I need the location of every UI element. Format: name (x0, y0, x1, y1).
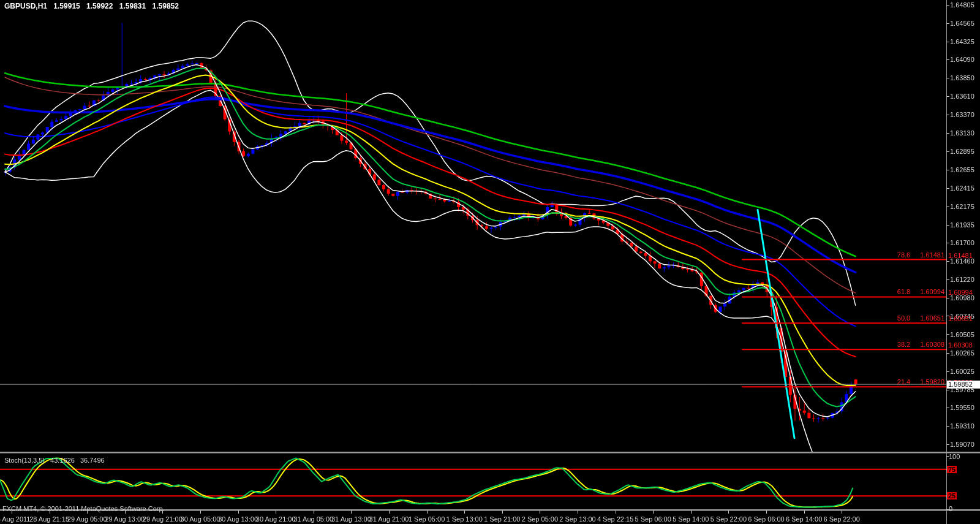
price-tick-label: 1.63370 (950, 111, 974, 118)
fib-price: 1.60308 (920, 341, 944, 348)
fib-price: 1.60994 (920, 288, 944, 295)
chart-overlays: GBPUSD,H1 1.59915 1.59922 1.59831 1.5985… (0, 0, 980, 524)
stochastic-name: Stoch(13,3,5) (4, 457, 45, 464)
price-tick-label: 1.62895 (950, 148, 974, 155)
fib-percent: 61.8 (897, 288, 910, 295)
price-tick-label: 1.64565 (950, 20, 974, 27)
fib-axis-price-tag: 1.60651 (948, 315, 973, 322)
fib-price: 1.61481 (920, 251, 944, 259)
stoch-scale-75: 75 (947, 466, 957, 473)
ohlc-high: 1.59922 (86, 2, 113, 10)
price-tick-label: 1.61935 (950, 221, 974, 229)
price-tick-label: 1.63610 (950, 93, 974, 100)
mt4-chart-window: GBPUSD,H1 1.59915 1.59922 1.59831 1.5985… (0, 0, 980, 524)
chart-title: GBPUSD,H1 1.59915 1.59922 1.59831 1.5985… (4, 2, 183, 10)
fib-level-label[interactable]: 61.81.60994 (897, 288, 944, 295)
fib-price: 1.60651 (920, 314, 944, 322)
price-tick-label: 1.64090 (950, 56, 974, 63)
stoch-scale-25: 25 (947, 492, 957, 499)
time-tick-label: 5 Sep 22:00 (710, 515, 747, 523)
time-tick-label: 6 Sep 14:00 (786, 515, 822, 523)
price-tick-label: 1.64805 (950, 1, 974, 9)
fib-level-label[interactable]: 21.41.59820 (897, 378, 944, 385)
time-tick-label: 29 Aug 13:00 (105, 515, 145, 523)
stoch-scale-0: 0 (949, 505, 952, 512)
fib-percent: 78.6 (897, 251, 910, 259)
time-tick-label: 1 Sep 05:00 (409, 515, 445, 523)
fib-percent: 21.4 (897, 378, 910, 385)
time-tick-label: 29 Aug 05:00 (67, 515, 107, 523)
price-tick-label: 1.61700 (950, 239, 974, 246)
fib-level-label[interactable]: 38.21.60308 (897, 341, 944, 348)
time-tick-label: 31 Aug 21:00 (369, 515, 409, 523)
time-tick-label: 4 Sep 22:15 (597, 515, 633, 523)
fib-axis-price-tag: 1.61481 (948, 252, 973, 259)
fib-axis-price-tag: 1.60308 (948, 341, 973, 349)
current-price-tag: 1.59852 (947, 381, 980, 389)
time-tick-label: 1 Sep 13:00 (447, 515, 483, 523)
time-tick-label: 28 Aug 21:15 (29, 515, 69, 523)
time-tick-label: 30 Aug 13:00 (218, 515, 258, 523)
ohlc-close: 1.59852 (153, 2, 179, 10)
time-tick-label: 2 Sep 05:00 (522, 515, 558, 523)
fib-level-label[interactable]: 78.61.61481 (897, 251, 944, 259)
time-tick-label: 26 Aug 2011 (0, 515, 30, 523)
time-tick-label: 31 Aug 13:00 (331, 515, 371, 523)
price-tick-label: 1.59070 (950, 441, 974, 448)
price-tick-label: 1.64325 (950, 38, 974, 45)
time-tick-label: 2 Sep 13:00 (559, 515, 595, 523)
fib-percent: 38.2 (897, 341, 910, 348)
time-tick-label: 5 Sep 14:00 (673, 515, 709, 523)
price-tick-label: 1.62415 (950, 184, 974, 192)
time-tick-label: 29 Aug 21:00 (143, 515, 183, 523)
stochastic-main-value: 43.1626 (50, 457, 75, 464)
time-tick-label: 6 Sep 06:00 (748, 515, 784, 523)
stochastic-signal-value: 36.7496 (80, 457, 105, 464)
price-tick-label: 1.60025 (950, 368, 974, 375)
terminal-copyright: FXCM MT4, © 2001-2011 MetaQuotes Softwar… (2, 505, 165, 512)
price-tick-label: 1.62655 (950, 166, 974, 173)
time-tick-label: 5 Sep 06:00 (635, 515, 671, 523)
fib-level-label[interactable]: 50.01.60651 (897, 314, 944, 322)
time-tick-label: 1 Sep 21:00 (484, 515, 520, 523)
price-tick-label: 1.60505 (950, 331, 974, 338)
fib-price: 1.59820 (920, 378, 944, 385)
ohlc-low: 1.59831 (119, 2, 146, 10)
price-tick-label: 1.59310 (950, 422, 974, 430)
ohlc-open: 1.59915 (53, 2, 80, 10)
time-tick-label: 6 Sep 22:00 (824, 515, 860, 523)
price-tick-label: 1.63850 (950, 74, 974, 82)
stoch-scale-100: 100 (949, 453, 960, 460)
time-tick-label: 30 Aug 21:00 (256, 515, 296, 523)
symbol-period-label: GBPUSD,H1 (4, 2, 47, 10)
fib-percent: 50.0 (897, 314, 910, 322)
fib-axis-price-tag: 1.60994 (948, 289, 973, 296)
time-tick-label: 31 Aug 05:00 (293, 515, 333, 523)
price-tick-label: 1.62175 (950, 203, 974, 210)
time-tick-label: 30 Aug 05:00 (181, 515, 221, 523)
price-tick-label: 1.59550 (950, 404, 974, 411)
price-tick-label: 1.60265 (950, 349, 974, 357)
price-tick-label: 1.61220 (950, 276, 974, 283)
price-tick-label: 1.63130 (950, 129, 974, 137)
stochastic-label: Stoch(13,3,5) 43.1626 36.7496 (4, 457, 108, 464)
